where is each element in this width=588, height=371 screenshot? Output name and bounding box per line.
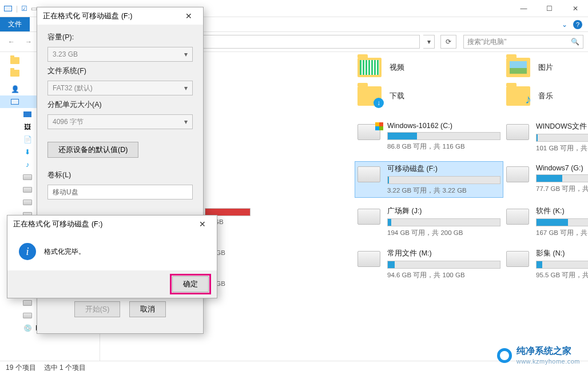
capacity-text: 101 GB 可用，共 101 GB: [536, 144, 588, 153]
volume-label-input[interactable]: 移动U盘: [47, 185, 193, 200]
search-placeholder: 搜索"此电脑": [467, 37, 507, 47]
status-item-count: 19 个项目: [6, 363, 36, 371]
refresh-button[interactable]: ⟳: [440, 35, 456, 49]
close-button[interactable]: ✕: [562, 0, 588, 17]
drive-n[interactable]: 影集 (N:) 95.5 GB 可用，共 100 GB: [506, 249, 588, 280]
qat-divider: |: [16, 5, 18, 13]
drive-c[interactable]: Windows-10162 (C:) 86.8 GB 可用，共 116 GB: [357, 122, 500, 153]
folder-icon: [506, 86, 530, 106]
address-dropdown[interactable]: ▾: [423, 35, 435, 49]
ok-button[interactable]: 确定: [172, 276, 209, 292]
drive-j[interactable]: 广场舞 (J:) 194 GB 可用，共 200 GB: [357, 206, 500, 237]
drive-icon: [506, 209, 529, 225]
cancel-button[interactable]: 取消: [129, 301, 166, 317]
format-complete-dialog: 正在格式化 可移动磁盘 (F:) ✕ i 格式化完毕。 确定: [7, 215, 217, 298]
watermark-icon: [497, 348, 512, 363]
help-icon[interactable]: ?: [573, 20, 582, 29]
start-button[interactable]: 开始(S): [74, 301, 121, 317]
capacity-text: 86.8 GB 可用，共 116 GB: [387, 142, 500, 151]
watermark-title: 纯净系统之家: [517, 345, 580, 357]
info-icon: i: [19, 243, 36, 260]
capacity-text: 77.7 GB 可用，共 100 GB: [536, 185, 588, 193]
folder-videos[interactable]: 视频: [357, 58, 500, 77]
ribbon-collapse-icon[interactable]: ⌄: [562, 21, 567, 29]
capacity-text: 167 GB 可用，共 230 GB: [536, 229, 588, 237]
drive-name: Windows7 (G:): [536, 164, 588, 172]
folder-icon: [506, 58, 530, 77]
drive-f[interactable]: 可移动磁盘 (F:) 3.22 GB 可用，共 3.22 GB: [355, 162, 503, 197]
capacity-bar: [536, 261, 588, 269]
drive-icon: [506, 166, 529, 182]
capacity-bar: [387, 132, 500, 140]
volume-label-label: 卷标(L): [47, 170, 193, 180]
pc-icon: [3, 4, 13, 13]
drive-icon: [357, 209, 380, 225]
capacity-bar: [536, 218, 588, 226]
close-icon[interactable]: ✕: [180, 11, 197, 21]
capacity-text: 194 GB 可用，共 200 GB: [387, 229, 500, 237]
drive-icon: [357, 124, 380, 140]
capacity-bar: [387, 218, 500, 226]
drive-name: 常用文件 (M:): [387, 249, 500, 258]
dvd-icon: 💿: [23, 324, 32, 333]
folder-label: 下载: [390, 91, 404, 101]
dialog-title: 正在格式化 可移动磁盘 (F:): [13, 220, 102, 229]
qat-check-icon[interactable]: ☑: [21, 5, 27, 13]
dialog-title: 正在格式化 可移动磁盘 (F:): [43, 11, 132, 21]
allocation-combo[interactable]: 4096 字节: [47, 114, 193, 129]
capacity-bar: [536, 174, 588, 182]
watermark-url: www.kzmyhome.com: [517, 358, 580, 365]
filesystem-label: 文件系统(F): [47, 66, 193, 76]
capacity-text: 94.6 GB 可用，共 100 GB: [387, 271, 500, 280]
forward-button[interactable]: →: [22, 35, 35, 49]
capacity-label: 容量(P):: [47, 33, 193, 42]
minimize-button[interactable]: —: [511, 0, 537, 17]
drive-k[interactable]: 软件 (K:) 167 GB 可用，共 230 GB: [506, 206, 588, 237]
maximize-button[interactable]: ☐: [537, 0, 562, 17]
drive-g[interactable]: Windows7 (G:) 77.7 GB 可用，共 100 GB: [506, 164, 588, 195]
restore-defaults-button[interactable]: 还原设备的默认值(D): [47, 142, 138, 158]
search-input[interactable]: 搜索"此电脑" 🔍: [463, 35, 583, 49]
drive-icon: [357, 166, 380, 182]
capacity-combo[interactable]: 3.23 GB: [47, 47, 193, 62]
back-button[interactable]: ←: [5, 35, 18, 49]
drive-name: 软件 (K:): [536, 206, 588, 216]
window-controls: — ☐ ✕: [511, 0, 588, 17]
status-selected-count: 选中 1 个项目: [44, 363, 86, 371]
folder-label: 音乐: [538, 91, 553, 101]
capacity-text: 3.22 GB 可用，共 3.22 GB: [387, 186, 500, 195]
folder-pictures[interactable]: 图片: [506, 58, 588, 77]
drive-d[interactable]: WINDOWS文件 (D:) 101 GB 可用，共 101 GB: [506, 122, 588, 153]
capacity-bar: [387, 176, 500, 184]
dialog-message: 格式化完毕。: [44, 247, 85, 257]
drive-name: WINDOWS文件 (D:): [536, 122, 588, 131]
folder-downloads[interactable]: 下载: [357, 86, 500, 106]
folder-label: 图片: [538, 62, 553, 73]
dialog-title-bar[interactable]: 正在格式化 可移动磁盘 (F:) ✕: [7, 216, 217, 233]
folder-icon: [357, 58, 382, 77]
drive-name: 广场舞 (J:): [387, 206, 500, 216]
user-icon: 👤: [10, 85, 19, 94]
drive-name: 可移动磁盘 (F:): [387, 164, 500, 174]
folder-music[interactable]: 音乐: [506, 86, 588, 106]
search-icon: 🔍: [571, 38, 579, 46]
dialog-title-bar[interactable]: 正在格式化 可移动磁盘 (F:) ✕: [37, 7, 203, 25]
drive-name: 影集 (N:): [536, 249, 588, 258]
drive-icon: [357, 251, 380, 267]
capacity-text: 95.5 GB 可用，共 100 GB: [536, 271, 588, 280]
allocation-label: 分配单元大小(A): [47, 100, 193, 110]
folder-label: 视频: [390, 62, 404, 73]
dialog-body: i 格式化完毕。: [7, 233, 217, 270]
filesystem-combo[interactable]: FAT32 (默认): [47, 81, 193, 95]
drive-m[interactable]: 常用文件 (M:) 94.6 GB 可用，共 100 GB: [357, 249, 500, 280]
drive-name: Windows-10162 (C:): [387, 122, 500, 130]
watermark: 纯净系统之家 www.kzmyhome.com: [497, 345, 580, 365]
drive-icon: [506, 251, 529, 267]
capacity-bar: [387, 261, 500, 269]
pc-icon: [10, 97, 19, 106]
folder-icon: [357, 86, 382, 106]
close-icon[interactable]: ✕: [194, 220, 211, 229]
tab-file[interactable]: 文件: [0, 17, 30, 31]
drive-icon: [506, 124, 529, 140]
capacity-bar: [536, 134, 588, 142]
